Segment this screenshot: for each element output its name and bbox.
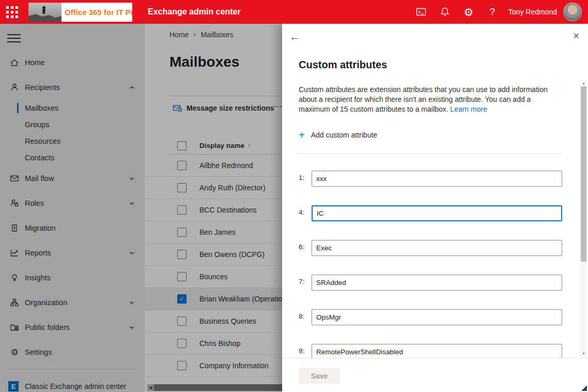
attribute-label: 6: (299, 240, 312, 251)
dim-overlay (0, 24, 282, 392)
notifications-button[interactable] (433, 0, 457, 24)
attribute-row-1: 1: (299, 171, 562, 187)
user-name: Tony Redmond (508, 8, 557, 16)
user-avatar[interactable] (563, 3, 582, 21)
add-custom-attribute-label: Add custom attribute (311, 131, 377, 139)
topbar-actions: ⚙ ? Tony Redmond (409, 0, 588, 24)
bell-icon (439, 6, 451, 18)
attribute-1-input[interactable] (312, 171, 562, 187)
terminal-icon (415, 6, 427, 18)
gear-icon: ⚙ (463, 7, 473, 18)
add-custom-attribute-button[interactable]: + Add custom attribute (299, 130, 377, 140)
panel-footer: Save (282, 358, 588, 392)
powershell-button[interactable] (409, 0, 433, 24)
back-button[interactable]: ← (289, 30, 301, 43)
attribute-4-input[interactable] (312, 205, 562, 221)
attribute-fields: 1: 4: 6: 7: 8: 9: (299, 171, 562, 379)
resize-grip-icon[interactable] (581, 385, 587, 391)
description-text: Custom attributes are extension attribut… (299, 85, 548, 113)
close-button[interactable]: ✕ (573, 31, 580, 41)
save-button[interactable]: Save (299, 368, 340, 384)
divider (299, 153, 562, 154)
logo-text: Office 365 for IT Pros (61, 8, 132, 17)
attribute-row-4: 4: (299, 205, 562, 221)
attribute-label: 4: (299, 205, 312, 216)
panel-description: Custom attributes are extension attribut… (299, 85, 557, 114)
waffle-icon (6, 6, 18, 18)
attribute-row-8: 8: (299, 309, 562, 325)
attribute-label: 8: (299, 309, 312, 320)
attribute-row-7: 7: (299, 275, 562, 291)
scroll-down-icon[interactable]: ▼ (580, 351, 587, 357)
attribute-label: 1: (299, 171, 312, 182)
attribute-row-6: 6: (299, 240, 562, 256)
office365-itpros-logo: Office 365 for IT Pros (28, 3, 132, 22)
exchange-admin-center-window: Office 365 for IT Pros Exchange admin ce… (0, 0, 588, 392)
top-bar: Office 365 for IT Pros Exchange admin ce… (0, 0, 588, 24)
help-button[interactable]: ? (481, 0, 504, 24)
panel-title: Custom attributes (299, 59, 387, 71)
attribute-7-input[interactable] (312, 275, 562, 291)
vertical-scrollbar[interactable]: ▲ ▼ (580, 80, 587, 357)
attribute-6-input[interactable] (312, 240, 562, 256)
scroll-up-icon[interactable]: ▲ (580, 80, 587, 86)
custom-attributes-panel: ← ✕ Custom attributes Custom attributes … (282, 24, 588, 392)
vertical-scrollbar-thumb[interactable] (581, 86, 586, 262)
question-icon: ? (490, 6, 496, 18)
attribute-8-input[interactable] (312, 309, 562, 325)
attribute-label: 7: (299, 275, 312, 285)
settings-button-topbar[interactable]: ⚙ (457, 0, 481, 24)
plus-icon: + (299, 130, 305, 140)
app-launcher-button[interactable] (0, 0, 24, 24)
attribute-label: 9: (299, 344, 312, 355)
app-title: Exchange admin center (148, 7, 409, 17)
learn-more-link[interactable]: Learn more (450, 105, 487, 113)
logo-photo (28, 3, 61, 22)
